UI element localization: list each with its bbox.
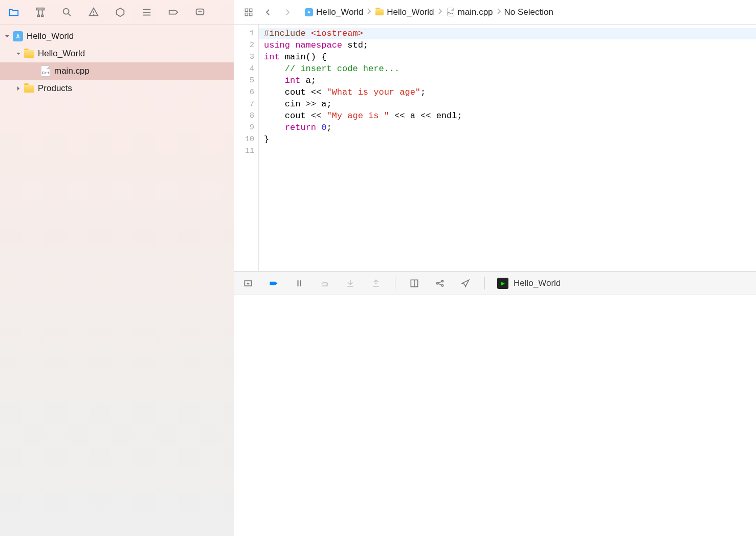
report-navigator-icon[interactable] bbox=[193, 6, 207, 19]
search-icon[interactable] bbox=[60, 6, 74, 19]
tree-item-hello_world[interactable]: AHello_World bbox=[0, 28, 234, 45]
svg-line-32 bbox=[438, 283, 442, 285]
tree-item-hello_world[interactable]: Hello_World bbox=[0, 45, 234, 62]
line-number: 8 bbox=[234, 110, 254, 122]
svg-point-8 bbox=[94, 14, 94, 15]
svg-rect-3 bbox=[38, 15, 40, 16]
chevron-right-icon bbox=[437, 7, 442, 17]
folder-icon bbox=[24, 83, 35, 94]
svg-point-30 bbox=[441, 284, 443, 286]
folder-icon bbox=[24, 48, 35, 59]
line-number: 6 bbox=[234, 86, 254, 98]
project-tree[interactable]: AHello_WorldHello_WorldC++main.cppProduc… bbox=[0, 25, 234, 536]
svg-point-29 bbox=[441, 280, 443, 282]
tree-item-label: main.cpp bbox=[54, 66, 90, 76]
code-line[interactable]: } bbox=[264, 133, 756, 145]
tree-item-main-cpp[interactable]: C++main.cpp bbox=[0, 62, 234, 80]
source-control-icon[interactable] bbox=[34, 6, 47, 19]
breadcrumb-segment[interactable]: C++main.cpp bbox=[446, 7, 493, 17]
navigator-sidebar: AHello_WorldHello_WorldC++main.cppProduc… bbox=[0, 0, 234, 536]
svg-rect-17 bbox=[250, 13, 252, 15]
code-line[interactable]: cout << "My age is " << a << endl; bbox=[264, 110, 756, 122]
tree-item-label: Hello_World bbox=[27, 31, 74, 41]
debug-toolbar: ▶ Hello_World bbox=[234, 271, 756, 295]
code-line[interactable]: int a; bbox=[264, 75, 756, 86]
code-line[interactable]: using namespace std; bbox=[264, 39, 756, 51]
line-number: 11 bbox=[234, 145, 254, 157]
svg-line-31 bbox=[438, 281, 442, 283]
step-out-icon[interactable] bbox=[369, 277, 383, 290]
line-gutter: 1234567891011 bbox=[234, 25, 259, 271]
project-icon: A bbox=[304, 7, 314, 17]
executable-icon: ▶ bbox=[497, 278, 508, 289]
line-number: 4 bbox=[234, 63, 254, 75]
breakpoints-toggle-icon[interactable] bbox=[267, 277, 280, 290]
svg-rect-18 bbox=[244, 281, 251, 286]
pause-icon[interactable] bbox=[293, 277, 306, 290]
breadcrumb-segment[interactable]: AHello_World bbox=[304, 7, 363, 17]
hide-debug-icon[interactable] bbox=[241, 277, 255, 290]
cpp-file-icon: C++ bbox=[446, 7, 456, 17]
svg-line-6 bbox=[69, 13, 71, 16]
memory-graph-icon[interactable] bbox=[433, 277, 447, 290]
tree-item-products[interactable]: Products bbox=[0, 80, 234, 97]
navigator-toolbar bbox=[0, 0, 234, 25]
svg-rect-0 bbox=[37, 8, 45, 10]
issues-icon[interactable] bbox=[87, 6, 100, 19]
debug-navigator-icon[interactable] bbox=[140, 6, 153, 19]
breadcrumb-label: Hello_World bbox=[316, 7, 363, 17]
line-number: 10 bbox=[234, 133, 254, 145]
line-number: 1 bbox=[234, 28, 254, 39]
svg-rect-4 bbox=[41, 15, 43, 16]
svg-point-28 bbox=[436, 282, 438, 284]
chevron-right-icon bbox=[496, 7, 501, 17]
code-content[interactable]: #include <iostream>using namespace std;i… bbox=[259, 25, 756, 271]
breadcrumb-segment[interactable]: No Selection bbox=[504, 7, 553, 17]
debug-target-label: Hello_World bbox=[514, 278, 561, 288]
tree-item-label: Hello_World bbox=[38, 49, 85, 59]
breadcrumb: AHello_WorldHello_WorldC++main.cppNo Sel… bbox=[304, 7, 553, 17]
code-line[interactable]: return 0; bbox=[264, 122, 756, 133]
related-items-icon[interactable] bbox=[241, 5, 256, 19]
breadcrumb-segment[interactable]: Hello_World bbox=[374, 7, 434, 17]
code-line[interactable]: cin >> a; bbox=[264, 98, 756, 110]
line-number: 5 bbox=[234, 75, 254, 86]
project-navigator-icon[interactable] bbox=[7, 6, 20, 19]
chevron-down-icon[interactable] bbox=[3, 32, 11, 40]
back-icon[interactable] bbox=[261, 5, 275, 19]
line-number: 9 bbox=[234, 122, 254, 133]
cpp-file-icon: C++ bbox=[40, 65, 51, 77]
debug-view-icon[interactable] bbox=[408, 277, 421, 290]
breadcrumb-label: No Selection bbox=[504, 7, 553, 17]
project-icon: A bbox=[12, 31, 24, 42]
breadcrumb-label: main.cpp bbox=[458, 7, 493, 17]
svg-point-5 bbox=[63, 8, 69, 14]
forward-icon[interactable] bbox=[280, 5, 295, 19]
breakpoint-navigator-icon[interactable] bbox=[167, 6, 180, 19]
tests-icon[interactable] bbox=[114, 6, 127, 19]
code-line[interactable]: #include <iostream> bbox=[264, 28, 756, 39]
line-number: 7 bbox=[234, 98, 254, 110]
spacer-icon bbox=[31, 67, 39, 75]
step-into-icon[interactable] bbox=[344, 277, 357, 290]
debug-target[interactable]: ▶ Hello_World bbox=[497, 278, 561, 289]
location-icon[interactable] bbox=[459, 277, 472, 290]
code-line[interactable]: int main() { bbox=[264, 51, 756, 63]
folder-icon bbox=[374, 7, 385, 17]
code-editor[interactable]: 1234567891011 #include <iostream>using n… bbox=[234, 25, 756, 271]
code-line[interactable]: // insert code here... bbox=[264, 63, 756, 75]
code-line[interactable] bbox=[264, 145, 756, 157]
editor-pane: AHello_WorldHello_WorldC++main.cppNo Sel… bbox=[234, 0, 756, 536]
chevron-down-icon[interactable] bbox=[14, 50, 23, 58]
line-number: 2 bbox=[234, 39, 254, 51]
svg-rect-16 bbox=[245, 13, 248, 15]
svg-rect-14 bbox=[245, 9, 248, 11]
svg-rect-15 bbox=[250, 9, 252, 11]
chevron-right-icon[interactable] bbox=[14, 84, 23, 93]
debug-separator bbox=[484, 277, 485, 289]
debug-separator bbox=[395, 277, 395, 289]
console-area[interactable] bbox=[234, 295, 756, 536]
step-over-icon[interactable] bbox=[318, 277, 331, 290]
code-line[interactable]: cout << "What is your age"; bbox=[264, 86, 756, 98]
breadcrumb-label: Hello_World bbox=[387, 7, 434, 17]
